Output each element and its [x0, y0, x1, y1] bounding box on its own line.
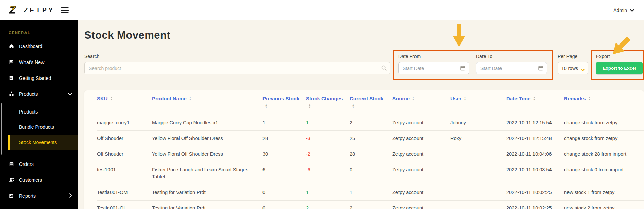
sidebar-item-getting-started[interactable]: Getting Started — [0, 70, 78, 86]
cell-change: 1 — [306, 185, 350, 201]
home-icon — [9, 43, 15, 49]
zetpy-logo-icon: Z — [9, 4, 21, 16]
chevron-down-icon — [630, 7, 634, 13]
sidebar-item-label: Reports — [19, 193, 36, 199]
column-header-product-name[interactable]: Product Name▲▼ — [152, 95, 262, 115]
sort-icon[interactable]: ▲▼ — [189, 97, 191, 101]
main-content: Stock Movement Search Date From — [78, 20, 644, 209]
table-row: Off ShouderYellow Floral Off Shoulder Dr… — [97, 131, 644, 146]
cell-product: Maggie Curry Cup Noodles x1 — [152, 115, 262, 131]
sidebar-item-customers[interactable]: Customers — [0, 172, 78, 188]
cell-previous: 28 — [262, 131, 306, 146]
cell-datetime: 2022-10-11 12:15:54 — [506, 115, 564, 131]
cell-previous: 30 — [262, 146, 306, 162]
cell-sku: maggie_curry1 — [97, 115, 152, 131]
cell-remarks: new stock 2 from zetpy — [564, 201, 644, 209]
sidebar-item-label: Bundle Products — [19, 124, 54, 130]
sidebar-item-dashboard[interactable]: Dashboard — [0, 38, 78, 54]
per-page-select[interactable]: 10 rows — [558, 62, 588, 74]
sort-icon[interactable]: ▲▼ — [588, 97, 590, 101]
date-to-input[interactable] — [476, 62, 547, 74]
cell-source: Zetpy account — [392, 146, 450, 162]
search-input[interactable] — [84, 62, 390, 74]
sidebar-item-whats-new[interactable]: What's New — [0, 54, 78, 70]
hamburger-menu-icon[interactable] — [61, 7, 69, 13]
column-header-sku[interactable]: SKU▲▼ — [97, 95, 152, 115]
table-row: test1001Fisher Price Laugh and Learn Sma… — [97, 162, 644, 185]
cell-change: 1 — [306, 115, 350, 131]
column-header-user[interactable]: User▲▼ — [450, 95, 506, 115]
cell-datetime: 2022-10-11 10:03:54 — [506, 162, 564, 185]
column-header-date-time[interactable]: Date Time▲▼ — [506, 95, 564, 115]
cell-datetime: 2022-10-11 10:02:25 — [506, 185, 564, 201]
sort-icon[interactable]: ▲▼ — [352, 104, 354, 108]
cell-remarks: change stock 28 from import — [564, 146, 644, 162]
sidebar-subitem-bundle-products[interactable]: Bundle Products — [0, 119, 78, 135]
table-row: Testla001-OMTesting for Variation Prdt01… — [97, 185, 644, 201]
customers-users-icon — [9, 177, 15, 183]
cell-remarks: change stock from zetpy — [564, 115, 644, 131]
search-label: Search — [84, 54, 390, 59]
cell-change: -6 — [306, 162, 350, 185]
cell-product: Testing for Variation Prdt — [152, 185, 262, 201]
column-header-current-stock[interactable]: Current Stock▲▼ — [350, 95, 392, 115]
column-header-previous-stock[interactable]: Previous Stock▲▼ — [262, 95, 306, 115]
sidebar-item-label: Products — [19, 109, 38, 115]
sidebar-item-label: Dashboard — [19, 43, 43, 49]
sidebar-subitem-products[interactable]: Products — [0, 104, 78, 119]
cell-sku: Testla001-OL — [97, 201, 152, 209]
cell-current: 2 — [350, 115, 392, 131]
cell-user: Johnny — [450, 115, 506, 131]
cell-source: Zetpy account — [392, 115, 450, 131]
cell-current: 2 — [350, 201, 392, 209]
sidebar: GENERAL Dashboard What's New Getting Sta… — [0, 20, 78, 209]
per-page-value: 10 rows — [561, 66, 578, 71]
user-menu[interactable]: Admin — [613, 7, 644, 13]
sidebar-item-orders[interactable]: Orders — [0, 156, 78, 172]
column-header-stock-changes[interactable]: Stock Changes▲▼ — [306, 95, 350, 115]
column-header-remarks[interactable]: Remarks▲▼ — [564, 95, 644, 115]
flag-icon — [9, 59, 15, 65]
sidebar-item-label: Products — [19, 91, 38, 97]
sort-icon[interactable]: ▲▼ — [265, 104, 267, 108]
sidebar-item-products[interactable]: Products — [0, 86, 78, 102]
table-row: Off ShouderYellow Floral Off Shoulder Dr… — [97, 146, 644, 162]
export-to-excel-button[interactable]: Export to Excel — [596, 62, 643, 74]
filter-bar: Search Date From Date To — [84, 50, 644, 80]
table-row: Testla001-OLTesting for Variation Prdt02… — [97, 201, 644, 209]
reports-chart-icon — [9, 193, 15, 199]
cell-user — [450, 185, 506, 201]
cell-change: -3 — [306, 131, 350, 146]
sidebar-section-label: GENERAL — [0, 31, 78, 35]
cell-product: Yellow Floral Off Shoulder Dress — [152, 131, 262, 146]
export-group: Export Export to Excel — [596, 54, 639, 74]
cell-user — [450, 201, 506, 209]
cell-source: Zetpy account — [392, 201, 450, 209]
brand: Z ZETPY — [0, 4, 69, 16]
sort-icon[interactable]: ▲▼ — [110, 97, 113, 101]
cell-current: 28 — [350, 146, 392, 162]
per-page-group: Per Page 10 rows — [558, 50, 588, 74]
sidebar-subitem-stock-movements[interactable]: Stock Movements — [8, 135, 78, 150]
annotation-box-dates: Date From Date To — [393, 50, 553, 80]
date-to-label: Date To — [476, 54, 547, 59]
sidebar-scrollbar[interactable] — [1, 103, 2, 155]
chevron-down-icon — [68, 91, 72, 97]
date-from-input[interactable] — [398, 62, 469, 74]
cell-source: Zetpy account — [392, 185, 450, 201]
chevron-right-icon — [69, 193, 72, 199]
cell-current: 0 — [350, 162, 392, 185]
brand-name: ZETPY — [24, 6, 55, 14]
sidebar-item-label: Orders — [19, 161, 34, 167]
cell-product: Testing for Variation Prdt — [152, 201, 262, 209]
column-header-source[interactable]: Source▲▼ — [392, 95, 450, 115]
sidebar-item-reports[interactable]: Reports — [0, 188, 78, 204]
cell-previous: 0 — [262, 201, 306, 209]
sort-icon[interactable]: ▲▼ — [464, 97, 466, 101]
sort-icon[interactable]: ▲▼ — [308, 104, 311, 108]
sort-icon[interactable]: ▲▼ — [533, 97, 535, 101]
table-row: maggie_curry1Maggie Curry Cup Noodles x1… — [97, 115, 644, 131]
top-navbar: Z ZETPY Admin — [0, 0, 644, 20]
orders-list-icon — [9, 161, 15, 167]
sort-icon[interactable]: ▲▼ — [412, 97, 414, 101]
